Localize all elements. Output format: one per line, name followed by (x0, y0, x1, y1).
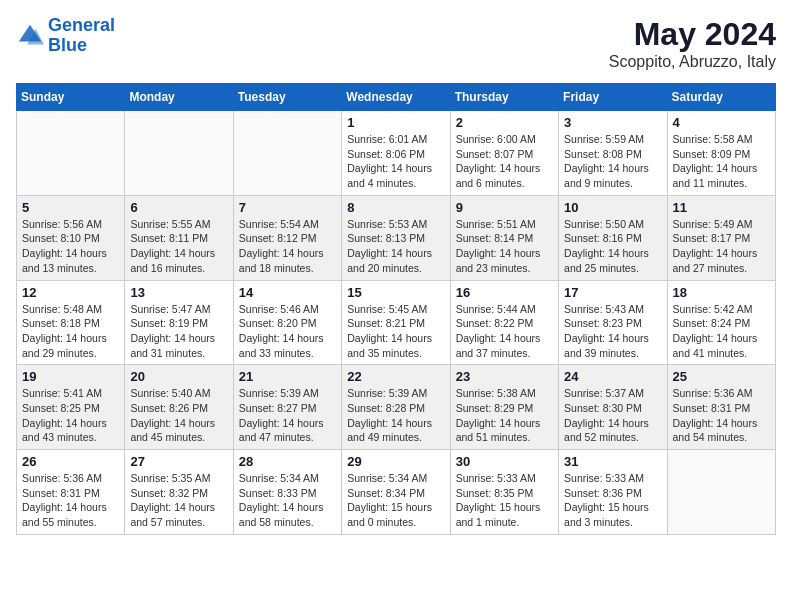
day-info: Sunrise: 5:39 AMSunset: 8:28 PMDaylight:… (347, 386, 444, 445)
table-row: 29Sunrise: 5:34 AMSunset: 8:34 PMDayligh… (342, 450, 450, 535)
day-info: Sunrise: 5:44 AMSunset: 8:22 PMDaylight:… (456, 302, 553, 361)
day-info: Sunrise: 5:35 AMSunset: 8:32 PMDaylight:… (130, 471, 227, 530)
table-row: 1Sunrise: 6:01 AMSunset: 8:06 PMDaylight… (342, 111, 450, 196)
day-info: Sunrise: 5:33 AMSunset: 8:36 PMDaylight:… (564, 471, 661, 530)
col-wednesday: Wednesday (342, 84, 450, 111)
day-number: 14 (239, 285, 336, 300)
main-title: May 2024 (609, 16, 776, 53)
calendar-week-row: 5Sunrise: 5:56 AMSunset: 8:10 PMDaylight… (17, 195, 776, 280)
logo: General Blue (16, 16, 115, 56)
table-row: 27Sunrise: 5:35 AMSunset: 8:32 PMDayligh… (125, 450, 233, 535)
calendar-header-row: Sunday Monday Tuesday Wednesday Thursday… (17, 84, 776, 111)
day-number: 6 (130, 200, 227, 215)
day-info: Sunrise: 5:47 AMSunset: 8:19 PMDaylight:… (130, 302, 227, 361)
day-info: Sunrise: 5:41 AMSunset: 8:25 PMDaylight:… (22, 386, 119, 445)
day-info: Sunrise: 5:37 AMSunset: 8:30 PMDaylight:… (564, 386, 661, 445)
day-info: Sunrise: 5:34 AMSunset: 8:33 PMDaylight:… (239, 471, 336, 530)
day-number: 27 (130, 454, 227, 469)
table-row: 10Sunrise: 5:50 AMSunset: 8:16 PMDayligh… (559, 195, 667, 280)
day-number: 23 (456, 369, 553, 384)
table-row: 2Sunrise: 6:00 AMSunset: 8:07 PMDaylight… (450, 111, 558, 196)
day-info: Sunrise: 5:46 AMSunset: 8:20 PMDaylight:… (239, 302, 336, 361)
day-number: 10 (564, 200, 661, 215)
table-row: 5Sunrise: 5:56 AMSunset: 8:10 PMDaylight… (17, 195, 125, 280)
table-row: 11Sunrise: 5:49 AMSunset: 8:17 PMDayligh… (667, 195, 775, 280)
table-row: 16Sunrise: 5:44 AMSunset: 8:22 PMDayligh… (450, 280, 558, 365)
day-number: 22 (347, 369, 444, 384)
table-row: 30Sunrise: 5:33 AMSunset: 8:35 PMDayligh… (450, 450, 558, 535)
col-monday: Monday (125, 84, 233, 111)
table-row: 17Sunrise: 5:43 AMSunset: 8:23 PMDayligh… (559, 280, 667, 365)
col-saturday: Saturday (667, 84, 775, 111)
logo-icon (16, 22, 44, 50)
table-row: 19Sunrise: 5:41 AMSunset: 8:25 PMDayligh… (17, 365, 125, 450)
table-row: 21Sunrise: 5:39 AMSunset: 8:27 PMDayligh… (233, 365, 341, 450)
day-info: Sunrise: 6:00 AMSunset: 8:07 PMDaylight:… (456, 132, 553, 191)
day-number: 26 (22, 454, 119, 469)
table-row (233, 111, 341, 196)
day-info: Sunrise: 5:36 AMSunset: 8:31 PMDaylight:… (22, 471, 119, 530)
table-row: 12Sunrise: 5:48 AMSunset: 8:18 PMDayligh… (17, 280, 125, 365)
table-row: 3Sunrise: 5:59 AMSunset: 8:08 PMDaylight… (559, 111, 667, 196)
day-info: Sunrise: 5:33 AMSunset: 8:35 PMDaylight:… (456, 471, 553, 530)
day-number: 5 (22, 200, 119, 215)
table-row (17, 111, 125, 196)
day-number: 17 (564, 285, 661, 300)
day-number: 28 (239, 454, 336, 469)
day-info: Sunrise: 5:43 AMSunset: 8:23 PMDaylight:… (564, 302, 661, 361)
day-info: Sunrise: 5:36 AMSunset: 8:31 PMDaylight:… (673, 386, 770, 445)
day-number: 4 (673, 115, 770, 130)
page-header: General Blue May 2024 Scoppito, Abruzzo,… (16, 16, 776, 71)
logo-text: General Blue (48, 16, 115, 56)
day-number: 7 (239, 200, 336, 215)
day-info: Sunrise: 5:54 AMSunset: 8:12 PMDaylight:… (239, 217, 336, 276)
day-number: 8 (347, 200, 444, 215)
table-row: 4Sunrise: 5:58 AMSunset: 8:09 PMDaylight… (667, 111, 775, 196)
day-number: 16 (456, 285, 553, 300)
day-info: Sunrise: 5:55 AMSunset: 8:11 PMDaylight:… (130, 217, 227, 276)
table-row: 22Sunrise: 5:39 AMSunset: 8:28 PMDayligh… (342, 365, 450, 450)
table-row: 31Sunrise: 5:33 AMSunset: 8:36 PMDayligh… (559, 450, 667, 535)
day-number: 9 (456, 200, 553, 215)
day-number: 31 (564, 454, 661, 469)
table-row: 9Sunrise: 5:51 AMSunset: 8:14 PMDaylight… (450, 195, 558, 280)
day-number: 21 (239, 369, 336, 384)
day-info: Sunrise: 5:42 AMSunset: 8:24 PMDaylight:… (673, 302, 770, 361)
day-info: Sunrise: 5:58 AMSunset: 8:09 PMDaylight:… (673, 132, 770, 191)
day-number: 20 (130, 369, 227, 384)
day-info: Sunrise: 5:59 AMSunset: 8:08 PMDaylight:… (564, 132, 661, 191)
day-number: 18 (673, 285, 770, 300)
day-number: 11 (673, 200, 770, 215)
col-tuesday: Tuesday (233, 84, 341, 111)
table-row: 7Sunrise: 5:54 AMSunset: 8:12 PMDaylight… (233, 195, 341, 280)
day-info: Sunrise: 5:40 AMSunset: 8:26 PMDaylight:… (130, 386, 227, 445)
table-row: 13Sunrise: 5:47 AMSunset: 8:19 PMDayligh… (125, 280, 233, 365)
calendar-week-row: 19Sunrise: 5:41 AMSunset: 8:25 PMDayligh… (17, 365, 776, 450)
day-number: 3 (564, 115, 661, 130)
day-info: Sunrise: 5:45 AMSunset: 8:21 PMDaylight:… (347, 302, 444, 361)
table-row: 23Sunrise: 5:38 AMSunset: 8:29 PMDayligh… (450, 365, 558, 450)
day-number: 2 (456, 115, 553, 130)
day-info: Sunrise: 5:34 AMSunset: 8:34 PMDaylight:… (347, 471, 444, 530)
day-number: 29 (347, 454, 444, 469)
day-info: Sunrise: 6:01 AMSunset: 8:06 PMDaylight:… (347, 132, 444, 191)
calendar-week-row: 26Sunrise: 5:36 AMSunset: 8:31 PMDayligh… (17, 450, 776, 535)
table-row: 26Sunrise: 5:36 AMSunset: 8:31 PMDayligh… (17, 450, 125, 535)
day-number: 15 (347, 285, 444, 300)
col-friday: Friday (559, 84, 667, 111)
table-row (125, 111, 233, 196)
col-thursday: Thursday (450, 84, 558, 111)
table-row: 24Sunrise: 5:37 AMSunset: 8:30 PMDayligh… (559, 365, 667, 450)
day-info: Sunrise: 5:53 AMSunset: 8:13 PMDaylight:… (347, 217, 444, 276)
day-number: 13 (130, 285, 227, 300)
day-number: 1 (347, 115, 444, 130)
table-row: 20Sunrise: 5:40 AMSunset: 8:26 PMDayligh… (125, 365, 233, 450)
table-row: 28Sunrise: 5:34 AMSunset: 8:33 PMDayligh… (233, 450, 341, 535)
day-info: Sunrise: 5:50 AMSunset: 8:16 PMDaylight:… (564, 217, 661, 276)
table-row: 14Sunrise: 5:46 AMSunset: 8:20 PMDayligh… (233, 280, 341, 365)
day-info: Sunrise: 5:49 AMSunset: 8:17 PMDaylight:… (673, 217, 770, 276)
table-row (667, 450, 775, 535)
day-number: 12 (22, 285, 119, 300)
day-info: Sunrise: 5:38 AMSunset: 8:29 PMDaylight:… (456, 386, 553, 445)
table-row: 15Sunrise: 5:45 AMSunset: 8:21 PMDayligh… (342, 280, 450, 365)
